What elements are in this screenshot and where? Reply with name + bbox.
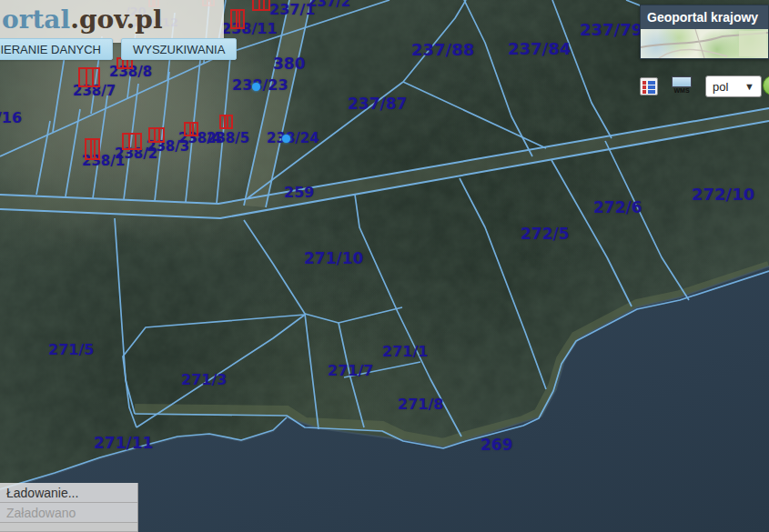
wms-icon[interactable]: WMS: [671, 76, 693, 96]
parcel-label: 380: [273, 55, 306, 73]
wms-label: WMS: [671, 87, 693, 95]
blue-point-marker[interactable]: [282, 135, 290, 143]
building-outline: [184, 122, 198, 136]
status-loaded: Załadowano: [0, 503, 137, 523]
parcel-label: 271/5: [48, 341, 94, 358]
building-outline: [148, 127, 165, 143]
main-menu: POBIERANIE DANYCH WYSZUKIWANIA: [0, 38, 237, 60]
parcel-label: 271/10: [304, 249, 363, 267]
parcel-label: 237/79: [580, 20, 643, 39]
minimap-thumbnail[interactable]: [641, 29, 768, 58]
parcel-label: 271/1: [382, 343, 428, 360]
parcel-label: 272/10: [692, 185, 754, 204]
building-outline: [230, 9, 245, 29]
building-outline: [219, 115, 233, 129]
parcel-label: 237/87: [348, 95, 407, 113]
status-row-partial: [0, 523, 137, 532]
parcel-label: 272/5: [521, 225, 570, 243]
map-toolbar: WMS pol ▼: [640, 73, 769, 100]
parcel-label: 271/11: [94, 434, 153, 452]
building-outline: [78, 67, 100, 87]
logo-suffix: .gov.pl: [70, 5, 162, 35]
minimap-panel: Geoportal krajowy: [640, 5, 769, 59]
logo-panel: ortal.gov.pl: [0, 0, 224, 43]
geoportal-logo[interactable]: ortal.gov.pl: [2, 5, 163, 35]
menu-wyszukiwania[interactable]: WYSZUKIWANIA: [121, 38, 237, 60]
parcel-label: 238/24: [267, 130, 319, 146]
parcel-label: 271/7: [328, 362, 373, 379]
map-viewport[interactable]: 237/2237/1238/11/20238/12380238/23237/88…: [0, 0, 769, 532]
building-outline: [252, 0, 270, 11]
minimap-roads: [641, 29, 768, 58]
parcel-label: 259: [284, 184, 314, 201]
status-loading: Ładowanie...: [0, 483, 137, 503]
parcel-label: 269: [481, 436, 513, 454]
wms-screen-glyph: [672, 76, 692, 87]
status-panel: Ładowanie... Załadowano: [0, 483, 138, 532]
parcel-label: 237/88: [411, 40, 474, 59]
parcel-label: 271/8: [398, 396, 443, 413]
parcel-label: 237/84: [508, 39, 571, 58]
building-outline: [85, 138, 100, 160]
building-outline: [122, 133, 142, 150]
logo-prefix: ortal: [2, 5, 70, 35]
minimap-title: Geoportal krajowy: [641, 5, 768, 29]
parcel-label: 237/1: [269, 1, 315, 18]
parcel-label: 272/6: [593, 198, 643, 216]
parcel-label: 238/5: [207, 130, 249, 146]
language-select[interactable]: pol ▼: [705, 75, 762, 97]
blue-point-marker[interactable]: [252, 83, 260, 91]
language-selected-value: pol: [713, 80, 728, 94]
legend-icon[interactable]: [640, 77, 658, 95]
menu-pobieranie-danych[interactable]: POBIERANIE DANYCH: [0, 38, 113, 60]
chevron-down-icon: ▼: [744, 81, 754, 92]
parcel-label: /16: [0, 109, 22, 126]
parcel-label: 271/3: [181, 371, 227, 388]
